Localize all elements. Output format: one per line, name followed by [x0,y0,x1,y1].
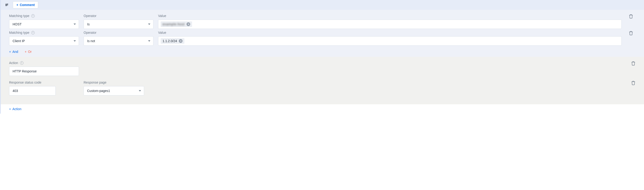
if-label: IF [4,2,10,8]
matching-type-label: Matching type i [9,31,79,34]
matching-type-value: Client IP [12,39,25,43]
plus-icon: + [25,50,26,54]
response-page-label: Response page [84,80,154,84]
condition-row: Matching type i HOST Operator Is [9,14,636,29]
operator-value: Is [87,22,90,26]
status-code-value: 403 [12,89,18,93]
delete-condition-button[interactable] [629,31,633,36]
delete-action-button[interactable] [631,61,636,66]
rule-footer: + Action [1,104,644,114]
or-label: Or [28,50,32,54]
matching-type-value: HOST [12,22,22,26]
and-or-controls: + And + Or [1,48,644,54]
close-icon[interactable]: ✕ [186,22,190,26]
comment-button-label: Comment [20,3,35,7]
action-detail-row: Response status code 403 Response page C… [9,80,636,96]
plus-icon: + [9,107,11,111]
value-label: Value [158,14,622,18]
trash-icon [629,14,633,19]
trash-icon [631,61,636,66]
info-icon[interactable]: i [31,14,35,18]
plus-icon: + [16,3,18,7]
chevron-down-icon [74,40,76,42]
value-input[interactable]: example.host ✕ [158,20,622,29]
response-page-value: Custom-pages1 [87,89,110,93]
operator-select[interactable]: Is [84,20,154,29]
matching-type-select[interactable]: Client IP [9,36,79,46]
value-chip-text: 1.1.2.0/24 [162,39,177,43]
operator-select[interactable]: Is not [84,36,154,46]
trash-icon [629,31,633,36]
value-input[interactable]: 1.1.2.0/24 ✕ [158,36,622,46]
condition-row: Matching type i Client IP Operator Is no… [9,31,636,46]
trash-icon [631,80,636,85]
value-label: Value [158,31,622,34]
chevron-down-icon [148,24,150,25]
add-action-label: Action [12,107,22,111]
response-status-code-label: Response status code [9,80,79,84]
actions-panel: Action i HTTP Response [1,57,644,104]
add-or-button[interactable]: + Or [25,50,32,54]
and-label: And [12,50,18,54]
action-row: Action i HTTP Response [9,61,636,76]
rule-header: IF + Comment [1,0,644,10]
value-chip: 1.1.2.0/24 ✕ [161,38,184,44]
add-and-button[interactable]: + And [9,50,18,54]
delete-action-detail-button[interactable] [631,80,636,85]
action-value: HTTP Response [12,70,36,73]
status-code-input[interactable]: 403 [9,86,56,96]
delete-condition-button[interactable] [629,14,633,19]
info-icon[interactable]: i [20,61,24,65]
info-icon[interactable]: i [31,31,35,34]
operator-label: Operator [84,14,154,18]
chevron-down-icon [148,40,150,42]
add-action-button[interactable]: + Action [9,107,22,111]
value-chip-text: example.host [162,22,185,26]
operator-value: Is not [87,39,95,43]
plus-icon: + [9,50,11,54]
response-page-select[interactable]: Custom-pages1 [84,86,144,96]
action-label: Action i [9,61,79,65]
operator-label: Operator [84,31,154,34]
value-chip: example.host ✕ [161,22,192,27]
matching-type-select[interactable]: HOST [9,20,79,29]
add-comment-button[interactable]: + Comment [13,2,38,8]
matching-type-label: Matching type i [9,14,79,18]
chevron-down-icon [139,90,141,92]
action-value-box[interactable]: HTTP Response [9,66,79,76]
conditions-panel: Matching type i HOST Operator Is [1,10,644,57]
chevron-down-icon [74,24,76,25]
rule-container: IF + Comment Matching type i HOST [0,0,644,114]
close-icon[interactable]: ✕ [179,39,182,43]
